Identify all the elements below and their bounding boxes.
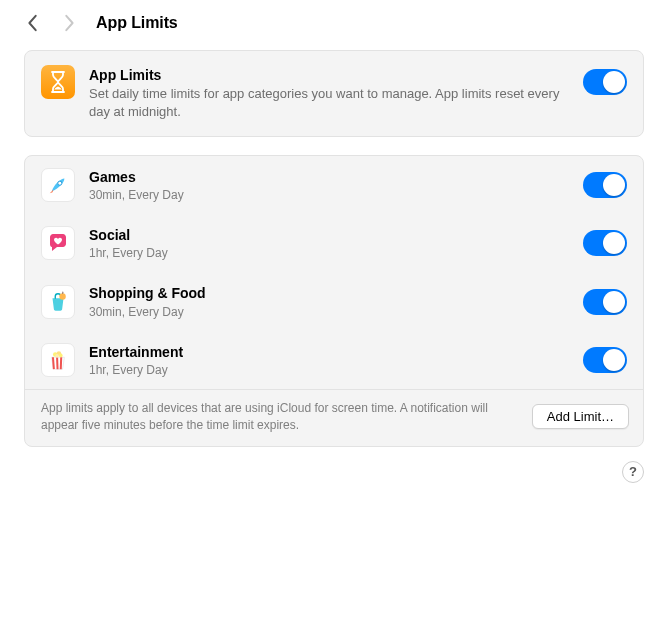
app-limits-master-panel: App Limits Set daily time limits for app… [24, 50, 644, 137]
help-button[interactable]: ? [622, 461, 644, 483]
category-row-shopping-food[interactable]: Shopping & Food 30min, Every Day [25, 272, 643, 330]
category-row-social[interactable]: Social 1hr, Every Day [25, 214, 643, 272]
chevron-left-icon [27, 14, 39, 32]
shopping-bag-icon [47, 291, 69, 313]
page-title: App Limits [96, 14, 178, 32]
entertainment-icon [41, 343, 75, 377]
category-toggle-entertainment[interactable] [583, 347, 627, 373]
app-limits-toggle[interactable] [583, 69, 627, 95]
svg-point-1 [59, 293, 65, 299]
games-icon [41, 168, 75, 202]
nav-arrows [24, 14, 78, 32]
footer-note: App limits apply to all devices that are… [41, 400, 518, 434]
category-toggle-social[interactable] [583, 230, 627, 256]
svg-point-4 [59, 353, 63, 357]
window-header: App Limits [0, 0, 668, 42]
category-detail: 30min, Every Day [89, 304, 571, 320]
category-detail: 1hr, Every Day [89, 362, 571, 378]
category-title: Social [89, 226, 571, 244]
category-detail: 1hr, Every Day [89, 245, 571, 261]
app-limits-master-row: App Limits Set daily time limits for app… [25, 51, 643, 136]
category-title: Games [89, 168, 571, 186]
categories-panel: Games 30min, Every Day Social 1hr, Every… [24, 155, 644, 447]
category-title: Entertainment [89, 343, 571, 361]
app-limits-master-text: App Limits Set daily time limits for app… [89, 65, 571, 122]
add-limit-button[interactable]: Add Limit… [532, 404, 629, 429]
chevron-right-icon [63, 14, 75, 32]
app-limits-icon [41, 65, 75, 99]
app-limits-title: App Limits [89, 66, 571, 84]
svg-point-5 [55, 354, 59, 358]
rocket-icon [47, 174, 69, 196]
popcorn-icon [47, 348, 69, 372]
svg-point-0 [58, 181, 62, 185]
category-toggle-games[interactable] [583, 172, 627, 198]
nav-back-button[interactable] [24, 14, 42, 32]
nav-forward-button[interactable] [60, 14, 78, 32]
hourglass-icon [49, 71, 67, 93]
category-toggle-shopping-food[interactable] [583, 289, 627, 315]
category-title: Shopping & Food [89, 284, 571, 302]
chat-heart-icon [46, 231, 70, 255]
category-detail: 30min, Every Day [89, 187, 571, 203]
shopping-food-icon [41, 285, 75, 319]
social-icon [41, 226, 75, 260]
app-limits-description: Set daily time limits for app categories… [89, 85, 571, 121]
categories-footer: App limits apply to all devices that are… [25, 389, 643, 446]
category-row-entertainment[interactable]: Entertainment 1hr, Every Day [25, 331, 643, 389]
category-row-games[interactable]: Games 30min, Every Day [25, 156, 643, 214]
